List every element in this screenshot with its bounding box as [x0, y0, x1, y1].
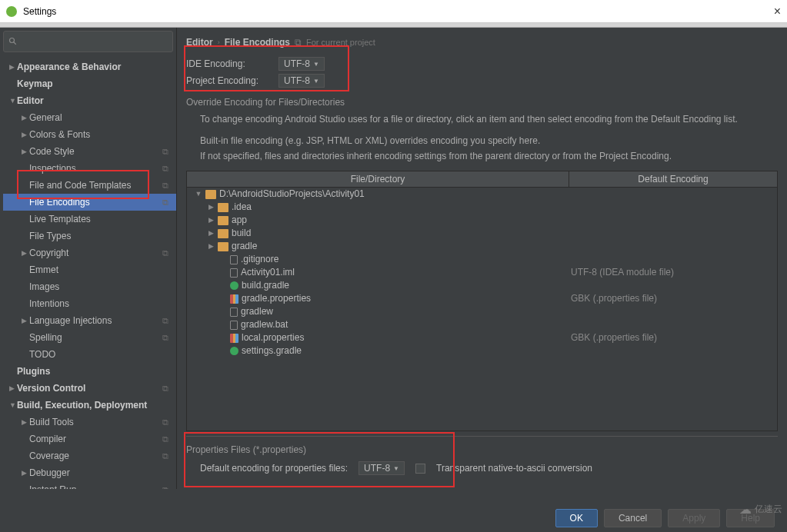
- sidebar-item-inspections[interactable]: Inspections⧉: [3, 160, 176, 177]
- sidebar-item-instant-run[interactable]: Instant Run⧉: [3, 481, 176, 489]
- apply-button[interactable]: Apply: [668, 509, 720, 527]
- settings-tree[interactable]: ▶Appearance & BehaviorKeymap▼Editor▶Gene…: [0, 55, 176, 489]
- scope-icon: ⧉: [162, 381, 168, 395]
- table-row[interactable]: Activity01.imlUTF-8 (IDEA module file): [187, 266, 777, 279]
- chevron-down-icon: ▼: [393, 465, 399, 472]
- sidebar-item-file-and-code-templates[interactable]: File and Code Templates⧉: [3, 177, 176, 194]
- file-name: gradle.properties: [242, 292, 311, 305]
- sidebar-item-build-execution-deployment[interactable]: ▼Build, Execution, Deployment: [3, 397, 176, 414]
- tree-arrow-icon: ▼: [9, 398, 17, 412]
- sidebar-item-label: Copyright: [29, 246, 162, 260]
- app-logo-icon: [6, 6, 17, 17]
- project-encoding-dropdown[interactable]: UTF-8▼: [278, 74, 325, 88]
- sidebar-item-colors-fonts[interactable]: ▶Colors & Fonts: [3, 126, 176, 143]
- file-name: Activity01.iml: [241, 266, 295, 279]
- file-name: app: [232, 214, 247, 227]
- sidebar-item-todo[interactable]: TODO: [3, 346, 176, 363]
- sidebar-item-label: Live Templates: [29, 212, 173, 226]
- table-row[interactable]: ▶.idea: [187, 201, 777, 214]
- col-file-directory[interactable]: File/Directory: [187, 171, 569, 187]
- sidebar-item-file-encodings[interactable]: File Encodings⧉: [3, 194, 176, 211]
- tree-arrow-icon: ▶: [207, 201, 215, 214]
- tree-arrow-icon: ▶: [9, 381, 17, 395]
- sidebar-item-editor[interactable]: ▼Editor: [3, 92, 176, 109]
- folder-icon: [218, 242, 228, 251]
- sidebar-item-images[interactable]: Images: [3, 278, 176, 295]
- sidebar-item-intentions[interactable]: Intentions: [3, 295, 176, 312]
- scope-icon: ⧉: [162, 161, 168, 175]
- table-row[interactable]: ▶gradle: [187, 240, 777, 253]
- scope-icon: ⧉: [162, 314, 168, 328]
- scope-icon: ⧉: [162, 331, 168, 344]
- close-icon[interactable]: ×: [774, 5, 781, 18]
- watermark-icon: ☁: [739, 502, 752, 517]
- override-desc1: To change encoding Android Studio uses f…: [200, 112, 778, 126]
- sidebar-item-plugins[interactable]: Plugins: [3, 363, 176, 380]
- col-default-encoding[interactable]: Default Encoding: [569, 171, 777, 187]
- sidebar-item-general[interactable]: ▶General: [3, 109, 176, 126]
- file-name: local.properties: [242, 331, 304, 344]
- sidebar-item-label: Spelling: [29, 331, 162, 344]
- sidebar-item-label: Compiler: [29, 432, 162, 446]
- window-title: Settings: [23, 6, 56, 17]
- transparent-checkbox[interactable]: [415, 464, 425, 474]
- sidebar-item-version-control[interactable]: ▶Version Control⧉: [3, 380, 176, 397]
- encoding-value: UTF-8 (IDEA module file): [566, 266, 774, 279]
- file-icon: [230, 308, 238, 317]
- sidebar-item-emmet[interactable]: Emmet: [3, 261, 176, 278]
- file-name: D:\AndroidStudioProjects\Activity01: [219, 188, 365, 201]
- ok-button[interactable]: OK: [555, 509, 598, 527]
- sidebar-item-keymap[interactable]: Keymap: [3, 75, 176, 92]
- breadcrumb-part2: File Encodings: [225, 37, 290, 48]
- table-row[interactable]: ▼D:\AndroidStudioProjects\Activity01: [187, 188, 777, 201]
- sidebar-item-language-injections[interactable]: ▶Language Injections⧉: [3, 312, 176, 329]
- ide-encoding-dropdown[interactable]: UTF-8▼: [278, 57, 325, 71]
- ide-encoding-label: IDE Encoding:: [186, 58, 278, 69]
- table-row[interactable]: build.gradle: [187, 279, 777, 292]
- search-input[interactable]: [3, 31, 173, 52]
- table-row[interactable]: gradlew.bat: [187, 318, 777, 331]
- tree-arrow-icon: ▶: [22, 314, 29, 328]
- scope-icon: ⧉: [162, 145, 168, 158]
- tree-arrow-icon: ▼: [195, 188, 202, 201]
- sidebar-item-compiler[interactable]: Compiler⧉: [3, 431, 176, 447]
- sidebar-item-label: Emmet: [29, 263, 173, 277]
- properties-encoding-dropdown[interactable]: UTF-8▼: [358, 461, 405, 475]
- scope-icon: ⧉: [162, 415, 168, 429]
- override-desc3: If not specified, files and directories …: [200, 149, 778, 163]
- sidebar-item-live-templates[interactable]: Live Templates: [3, 211, 176, 228]
- sidebar-item-file-types[interactable]: File Types: [3, 228, 176, 244]
- sidebar-item-coverage[interactable]: Coverage⧉: [3, 447, 176, 464]
- sidebar-item-spelling[interactable]: Spelling⧉: [3, 329, 176, 346]
- sidebar: ▶Appearance & BehaviorKeymap▼Editor▶Gene…: [0, 28, 177, 489]
- table-row[interactable]: gradlew: [187, 305, 777, 318]
- encoding-table: File/Directory Default Encoding ▼D:\Andr…: [186, 171, 778, 431]
- tree-arrow-icon: ▶: [22, 128, 29, 141]
- file-icon: [230, 255, 238, 264]
- table-row[interactable]: .gitignore: [187, 253, 777, 266]
- table-row[interactable]: settings.gradle: [187, 344, 777, 357]
- file-name: .idea: [232, 201, 252, 214]
- table-row[interactable]: ▶app: [187, 214, 777, 227]
- file-name: gradlew: [241, 305, 273, 318]
- breadcrumb: Editor › File Encodings ⧉ For current pr…: [186, 34, 778, 55]
- folder-icon: [218, 203, 228, 212]
- breadcrumb-part1: Editor: [186, 37, 213, 48]
- table-row[interactable]: local.propertiesGBK (.properties file): [187, 331, 777, 344]
- file-name: gradlew.bat: [241, 318, 288, 331]
- sidebar-item-build-tools[interactable]: ▶Build Tools⧉: [3, 414, 176, 431]
- sidebar-item-copyright[interactable]: ▶Copyright⧉: [3, 244, 176, 261]
- scope-icon: ⧉: [162, 483, 168, 489]
- table-body[interactable]: ▼D:\AndroidStudioProjects\Activity01▶.id…: [187, 188, 777, 431]
- sidebar-item-appearance-behavior[interactable]: ▶Appearance & Behavior: [3, 58, 176, 75]
- tree-arrow-icon: ▶: [207, 214, 215, 227]
- cancel-button[interactable]: Cancel: [604, 509, 662, 527]
- titlebar: Settings ×: [0, 0, 787, 23]
- chevron-right-icon: ›: [218, 38, 220, 46]
- sidebar-item-code-style[interactable]: ▶Code Style⧉: [3, 143, 176, 160]
- table-row[interactable]: gradle.propertiesGBK (.properties file): [187, 292, 777, 305]
- sidebar-item-label: Inspections: [29, 161, 162, 175]
- table-row[interactable]: ▶build: [187, 227, 777, 240]
- tree-arrow-icon: ▶: [22, 466, 29, 480]
- sidebar-item-debugger[interactable]: ▶Debugger: [3, 464, 176, 481]
